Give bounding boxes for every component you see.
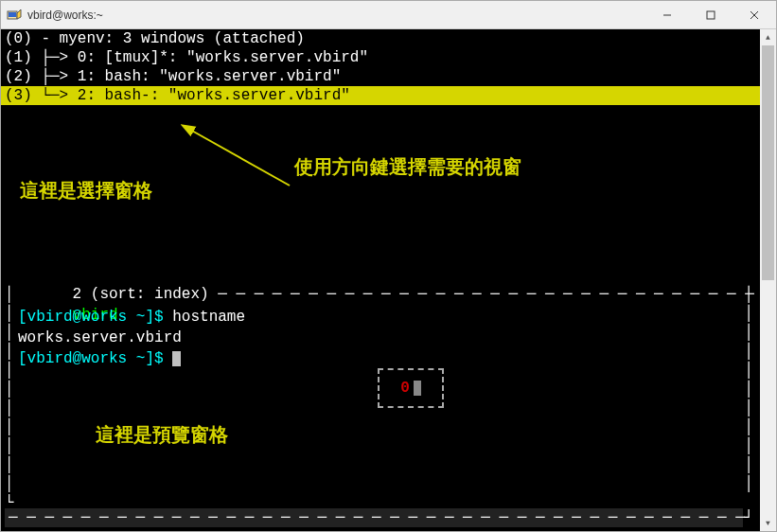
titlebar[interactable]: vbird@works:~	[1, 1, 776, 29]
annotation-select-pane: 這裡是選擇窗格	[20, 181, 152, 200]
minimize-button[interactable]	[645, 1, 689, 28]
tmux-window-line-selected[interactable]: (3) └─> 2: bash-: "works.server.vbird"	[1, 86, 776, 105]
maximize-button[interactable]	[689, 1, 733, 28]
scroll-up-button[interactable]: ▲	[760, 29, 776, 45]
preview-prompt-1: [vbird@works ~]$ hostname	[14, 308, 245, 327]
annotation-arrow-hint: 使用方向鍵選擇需要的視窗	[294, 157, 521, 176]
status-corner: ┘	[744, 508, 753, 527]
annotation-preview-pane: 這裡是預覽窗格	[96, 425, 228, 444]
preview-right-border: │ │ │ │ │ │ │ │ │ │ │	[744, 285, 753, 493]
scroll-track[interactable]	[760, 45, 776, 515]
terminal-area[interactable]: (0) - myenv: 3 windows (attached) (1) ├─…	[1, 29, 776, 531]
annotation-arrow	[181, 124, 294, 190]
pane-cursor-icon	[414, 381, 421, 396]
window-controls	[645, 1, 776, 28]
preview-prompt-2: [vbird@works ~]$	[14, 349, 181, 368]
scroll-thumb[interactable]	[762, 45, 774, 280]
scroll-down-button[interactable]: ▼	[760, 515, 776, 531]
preview-user: vbird	[14, 287, 118, 306]
putty-icon	[7, 8, 22, 23]
svg-line-6	[190, 130, 290, 186]
app-window: vbird@works:~ (0) - myenv: 3 windows (at…	[0, 0, 777, 532]
close-button[interactable]	[733, 1, 776, 28]
scrollbar[interactable]: ▲ ▼	[760, 29, 776, 531]
cursor-icon	[172, 351, 181, 366]
svg-rect-3	[707, 11, 715, 19]
preview-header: 2 (sort: index) ─ ─ ─ ─ ─ ─ ─ ─ ─ ─ ─ ─ …	[1, 266, 776, 285]
preview-left-border: │ │ │ │ │ │ │ │ │ │ │ └	[5, 285, 7, 497]
svg-rect-1	[9, 12, 16, 17]
preview-output: works.server.vbird	[14, 328, 182, 347]
tmux-session-line: (0) - myenv: 3 windows (attached)	[1, 29, 776, 48]
tmux-window-line[interactable]: (2) ├─> 1: bash: "works.server.vbird"	[1, 67, 776, 86]
pane-number-box: 0	[378, 368, 444, 408]
pane-number: 0	[400, 379, 410, 398]
status-bar-dashes: ─ ─ ─ ─ ─ ─ ─ ─ ─ ─ ─ ─ ─ ─ ─ ─ ─ ─ ─ ─ …	[5, 508, 743, 527]
window-title: vbird@works:~	[27, 9, 645, 22]
tmux-window-line[interactable]: (1) ├─> 0: [tmux]*: "works.server.vbird"	[1, 48, 776, 67]
